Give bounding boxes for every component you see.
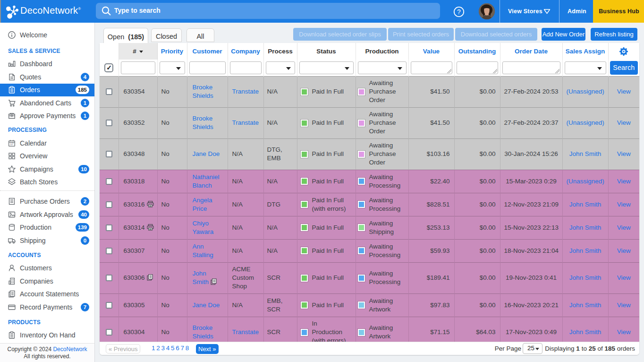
- svg-text:?: ?: [457, 8, 461, 16]
- svg-text:17: 17: [10, 142, 14, 146]
